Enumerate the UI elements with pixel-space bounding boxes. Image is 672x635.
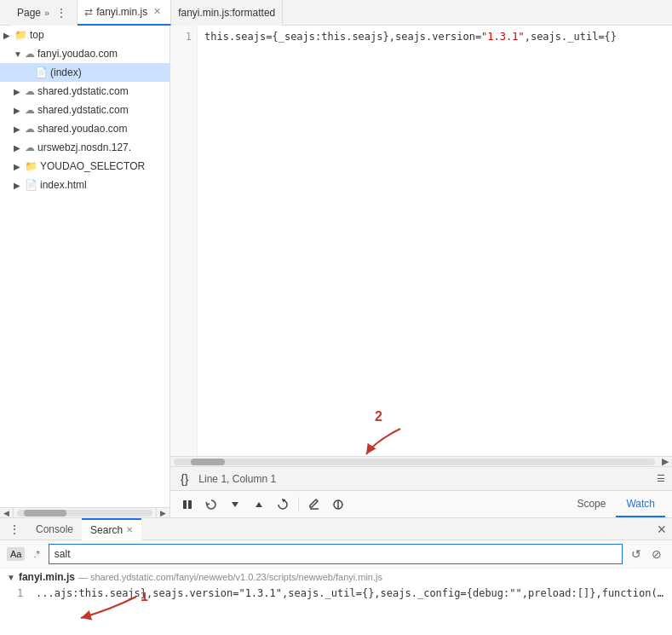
panel-collapse-btn[interactable]: ◀ — [0, 508, 14, 517]
tree-label-selector: YOUDAO_SELECTOR — [40, 160, 145, 172]
tab-fanyi-min-js[interactable]: ⇄ fanyi.min.js ✕ — [78, 0, 171, 26]
result-file-name-1: fanyi.min.js — [19, 571, 75, 583]
tree-item-shared-ydstatic-2[interactable]: ▶ ☁ shared.ydstatic.com — [0, 101, 169, 119]
debug-separator-1 — [298, 497, 299, 512]
result-file-row-1: ▼ fanyi.min.js — shared.ydstatic.com/fan… — [0, 569, 672, 586]
cloud-icon-fanyi-youdao: ☁ — [25, 48, 35, 60]
bottom-section: ⋮ Console Search ✕ ✕ Aa .* ↺ ⊘ ▼ fanyi.m… — [0, 517, 672, 635]
search-case-sensitive-btn[interactable]: Aa — [7, 547, 25, 561]
debug-tab-scope[interactable]: Scope — [566, 491, 616, 517]
search-regex-btn[interactable]: .* — [30, 547, 43, 561]
code-area: 1 this.seajs={_seajs:this.seajs},seajs.v… — [170, 26, 672, 517]
tree-item-index[interactable]: 📄 (index) — [0, 63, 169, 82]
tree-item-fanyi-youdao[interactable]: ▼ ☁ fanyi.youdao.com — [0, 44, 169, 63]
left-scroll-track[interactable] — [17, 510, 152, 517]
tab-formatted-label: fanyi.min.js:formatted — [178, 7, 275, 19]
debug-step-over-btn[interactable] — [201, 496, 221, 513]
tree-item-index-html[interactable]: ▶ 📄 index.html — [0, 176, 169, 194]
debug-edit-btn[interactable] — [304, 496, 325, 513]
hscroll-track[interactable] — [174, 459, 655, 465]
tree-label-top: top — [30, 29, 44, 41]
debug-tabs: Scope Watch — [566, 491, 665, 517]
line-number-1: 1 — [170, 29, 197, 44]
tab-fanyi-label: fanyi.min.js — [96, 6, 147, 18]
bottom-tab-console[interactable]: Console — [27, 518, 82, 540]
status-menu-btn[interactable]: ☰ — [657, 473, 665, 484]
cloud-icon-shared-2: ☁ — [25, 104, 35, 116]
code-text-2: ,seajs._util={} — [525, 31, 617, 43]
code-hscroll[interactable]: ▶ — [170, 456, 672, 466]
debug-pause-btn[interactable] — [177, 496, 198, 513]
search-actions: ↺ ⊘ — [628, 546, 665, 563]
tab-fanyi-close[interactable]: ✕ — [151, 5, 164, 18]
main-area: ▶ 📁 top ▼ ☁ fanyi.youdao.com 📄 (index) ▶… — [0, 26, 672, 517]
debug-step-out-btn[interactable] — [249, 496, 269, 513]
tree-arrow-shared-youdao: ▶ — [14, 124, 22, 134]
svg-text:1: 1 — [141, 592, 148, 603]
debug-deactivate-btn[interactable] — [328, 496, 348, 513]
svg-rect-0 — [183, 500, 187, 509]
tree-item-selector[interactable]: ▶ 📁 YOUDAO_SELECTOR — [0, 157, 169, 176]
format-btn[interactable]: {} — [177, 470, 192, 488]
code-line-1: this.seajs={_seajs:this.seajs},seajs.ver… — [204, 29, 665, 44]
svg-marker-2 — [232, 502, 238, 507]
search-input[interactable] — [49, 544, 623, 564]
bottom-tabs-bar: ⋮ Console Search ✕ ✕ — [0, 518, 672, 540]
search-refresh-btn[interactable]: ↺ — [628, 546, 645, 563]
debug-step-into-btn[interactable] — [225, 496, 245, 513]
close-bottom-panel-btn[interactable]: ✕ — [657, 522, 667, 536]
debug-step-next-btn[interactable] — [273, 496, 293, 513]
annotation-1-arrow: 1 — [68, 592, 170, 626]
svg-rect-1 — [188, 500, 192, 509]
left-scroll-thumb — [24, 510, 66, 517]
code-string-1: "1.3.1" — [481, 31, 525, 43]
panel-expand-btn[interactable]: ▶ — [156, 508, 169, 517]
tab-page[interactable]: Page » ⋮ — [10, 0, 78, 26]
cloud-icon-shared-youdao: ☁ — [25, 123, 35, 135]
status-text: Line 1, Column 1 — [198, 473, 650, 485]
cloud-icon-shared-1: ☁ — [25, 85, 35, 97]
search-bar: Aa .* ↺ ⊘ — [0, 540, 672, 569]
cloud-icon-urswebzj: ☁ — [25, 141, 35, 153]
tree-label-fanyi-youdao: fanyi.youdao.com — [37, 48, 118, 60]
code-editor[interactable]: 1 this.seajs={_seajs:this.seajs},seajs.v… — [170, 26, 672, 456]
bottom-tab-search[interactable]: Search ✕ — [82, 518, 141, 540]
bottom-tab-search-close[interactable]: ✕ — [126, 525, 133, 534]
tree-arrow-urswebzj: ▶ — [14, 143, 22, 153]
svg-marker-3 — [256, 502, 262, 507]
panel-options-btn[interactable]: ⋮ — [53, 5, 70, 20]
code-text-1: this.seajs={_seajs:this.seajs},seajs.ver… — [204, 31, 481, 43]
tree-item-shared-youdao[interactable]: ▶ ☁ shared.youdao.com — [0, 119, 169, 138]
back-forward-icon: ⇄ — [84, 6, 93, 18]
debug-tab-scope-label: Scope — [577, 498, 606, 510]
debug-tab-watch-label: Watch — [626, 498, 655, 510]
folder-icon-selector: 📁 — [25, 160, 37, 172]
tree-arrow-top: ▶ — [3, 31, 12, 40]
tree-label-urswebzj: urswebzj.nosdn.127. — [37, 141, 131, 153]
tree-arrow-shared-2: ▶ — [14, 106, 22, 115]
debug-toolbar: Scope Watch — [170, 490, 672, 517]
tree-label-index: (index) — [50, 66, 82, 78]
bottom-tab-console-label: Console — [36, 523, 73, 535]
tree-label-index-html: index.html — [40, 179, 87, 191]
tab-page-more[interactable]: » — [44, 8, 49, 18]
tree-item-top[interactable]: ▶ 📁 top — [0, 26, 169, 44]
tree-label-shared-1: shared.ydstatic.com — [37, 85, 129, 97]
status-bar: {} Line 1, Column 1 ☰ — [170, 466, 672, 490]
tree-item-urswebzj[interactable]: ▶ ☁ urswebzj.nosdn.127. — [0, 138, 169, 157]
tree-arrow-selector: ▶ — [14, 162, 22, 171]
hscroll-thumb — [191, 459, 225, 465]
line-numbers: 1 — [170, 26, 198, 456]
file-icon-index-html: 📄 — [25, 179, 37, 191]
tree-item-shared-ydstatic-1[interactable]: ▶ ☁ shared.ydstatic.com — [0, 82, 169, 101]
folder-icon-top: 📁 — [14, 29, 27, 41]
left-panel-scroll: ◀ ▶ — [0, 507, 169, 517]
bottom-tab-search-label: Search — [90, 524, 123, 536]
file-tree: ▶ 📁 top ▼ ☁ fanyi.youdao.com 📄 (index) ▶… — [0, 26, 169, 507]
code-content[interactable]: this.seajs={_seajs:this.seajs},seajs.ver… — [198, 26, 672, 456]
search-clear-btn[interactable]: ⊘ — [648, 546, 665, 563]
debug-tab-watch[interactable]: Watch — [616, 491, 665, 517]
tab-fanyi-formatted[interactable]: fanyi.min.js:formatted — [171, 0, 283, 26]
top-tabbar: Page » ⋮ ⇄ fanyi.min.js ✕ fanyi.min.js:f… — [0, 0, 672, 26]
bottom-dots-menu[interactable]: ⋮ — [5, 521, 24, 538]
